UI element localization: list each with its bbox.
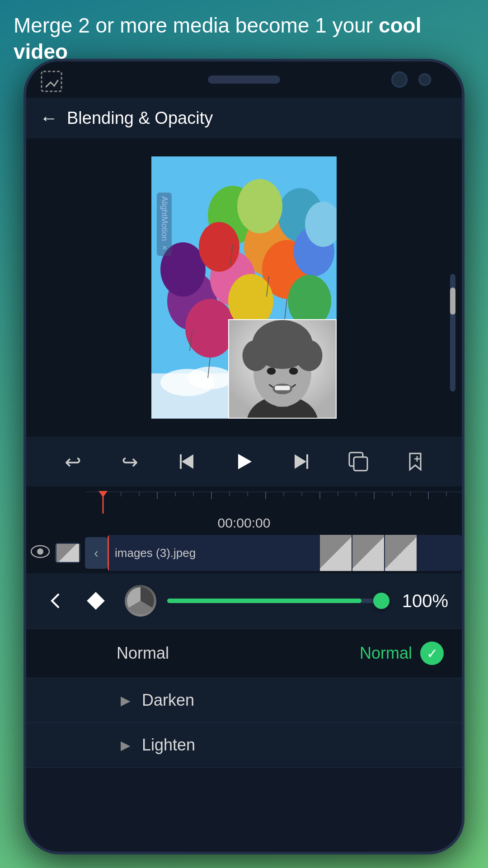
side-tool-buttons xyxy=(82,587,109,614)
preview-area: AlightMotion × xyxy=(26,138,462,437)
lighten-expand-icon[interactable]: ▶ xyxy=(117,736,135,754)
svg-point-10 xyxy=(237,179,282,233)
opacity-slider-track[interactable] xyxy=(167,599,383,603)
timeline-ticks-svg xyxy=(85,491,465,514)
phone-frame: ← Blending & Opacity xyxy=(23,59,465,854)
track-thumb-3 xyxy=(385,535,417,571)
timeline-area: 00:00:00 ‹ images (3).jpeg xyxy=(26,486,462,573)
svg-marker-36 xyxy=(182,454,193,469)
svg-rect-70 xyxy=(42,71,61,91)
track-scroll-left[interactable]: ‹ xyxy=(85,537,108,569)
bookmark-button[interactable] xyxy=(397,443,433,480)
layer-thumb-image xyxy=(56,544,79,562)
scrollbar-thumb[interactable] xyxy=(450,288,455,315)
blend-mode-darken-label: Darken xyxy=(142,691,194,710)
banner-text-normal: Merge 2 or more media become 1 your xyxy=(14,14,379,37)
layer-thumbnail[interactable] xyxy=(55,543,80,563)
page-title: Blending & Opacity xyxy=(67,108,213,128)
keyframe-button[interactable] xyxy=(82,587,109,614)
blend-mode-darken-left: ▶ Darken xyxy=(117,691,194,710)
back-button[interactable]: ← xyxy=(40,108,58,128)
blend-modes-list: Normal Normal ✓ ▶ Darken ▶ Lighten xyxy=(26,629,462,768)
track-thumb-2 xyxy=(352,535,384,571)
opacity-slider-thumb[interactable] xyxy=(373,593,389,609)
svg-marker-39 xyxy=(295,454,306,469)
top-banner: Merge 2 or more media become 1 your cool… xyxy=(0,0,488,73)
svg-point-14 xyxy=(199,222,239,272)
header-bar: ← Blending & Opacity xyxy=(26,98,462,138)
svg-point-30 xyxy=(296,340,323,371)
layers-button[interactable] xyxy=(340,443,376,480)
child-svg xyxy=(229,319,336,419)
track-content[interactable]: images (3).jpeg xyxy=(108,535,462,571)
svg-point-32 xyxy=(289,368,298,375)
svg-point-29 xyxy=(243,340,269,371)
skip-back-button[interactable] xyxy=(169,443,205,480)
track-thumb-strip xyxy=(320,535,462,571)
svg-point-3 xyxy=(188,367,233,389)
blend-mode-normal-label: Normal xyxy=(117,644,169,663)
child-photo-inner xyxy=(229,320,336,418)
track-thumb-1 xyxy=(320,535,352,571)
blend-mode-check: ✓ xyxy=(420,642,444,665)
watermark: AlightMotion × xyxy=(157,193,172,256)
blend-mode-lighten[interactable]: ▶ Lighten xyxy=(26,723,462,768)
blend-icon-inner xyxy=(127,587,154,614)
opacity-slider-container xyxy=(167,599,383,603)
track-left-icons xyxy=(26,533,85,573)
svg-point-68 xyxy=(37,548,43,555)
svg-rect-69 xyxy=(87,592,105,610)
svg-marker-37 xyxy=(238,454,252,469)
blend-mode-lighten-left: ▶ Lighten xyxy=(117,736,195,755)
timeline-ruler xyxy=(85,491,462,514)
svg-marker-66 xyxy=(99,491,108,497)
blend-mode-selected-value: Normal xyxy=(360,644,412,663)
child-photo-overlay xyxy=(228,319,337,419)
blend-mode-normal-right: Normal ✓ xyxy=(360,642,444,665)
opacity-value: 100% xyxy=(394,591,448,611)
scrollbar[interactable] xyxy=(450,274,455,392)
visibility-toggle[interactable] xyxy=(31,544,50,562)
blend-mode-darken[interactable]: ▶ Darken xyxy=(26,678,462,723)
svg-rect-41 xyxy=(354,457,367,471)
track-cursor xyxy=(108,535,109,571)
blend-icon xyxy=(125,585,156,617)
svg-rect-34 xyxy=(275,386,290,390)
timeline-track-area: ‹ images (3).jpeg xyxy=(26,533,462,573)
phone-speaker xyxy=(208,75,280,84)
opacity-row: 100% xyxy=(26,573,462,629)
svg-point-5 xyxy=(185,299,235,358)
blend-mode-normal[interactable]: Normal Normal ✓ xyxy=(26,629,462,678)
undo-button[interactable]: ↩ xyxy=(55,443,91,480)
timeline-time: 00:00:00 xyxy=(26,514,462,533)
opacity-slider-fill xyxy=(167,599,361,603)
play-button[interactable] xyxy=(226,443,262,480)
blend-mode-lighten-label: Lighten xyxy=(142,736,195,755)
svg-point-31 xyxy=(267,368,276,375)
banner-text: Merge 2 or more media become 1 your cool… xyxy=(14,13,474,65)
darken-expand-icon[interactable]: ▶ xyxy=(117,691,135,709)
preview-image-container: AlightMotion × xyxy=(151,156,337,419)
redo-button[interactable]: ↪ xyxy=(112,443,148,480)
skip-forward-button[interactable] xyxy=(283,443,319,480)
phone-camera-main xyxy=(391,71,408,88)
controls-bar: ↩ ↪ xyxy=(26,437,462,486)
bottom-panel: 100% Normal Normal ✓ xyxy=(26,573,462,768)
panel-back-button[interactable] xyxy=(40,585,71,617)
phone-camera-secondary xyxy=(418,73,431,86)
